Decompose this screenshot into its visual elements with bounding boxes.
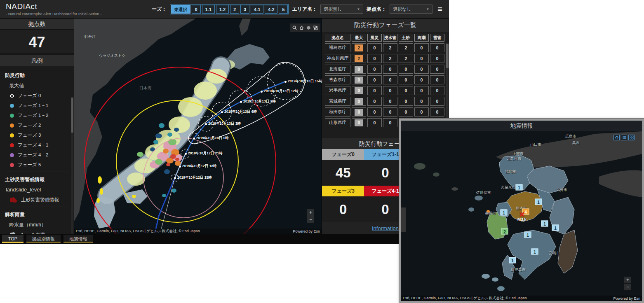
- sidebar-scrollbar[interactable]: [71, 97, 73, 234]
- quake-map-canvas: [401, 131, 642, 301]
- quake-map-toolbar: [613, 135, 635, 140]
- legend-item-landslide: 土砂災害警戒情報: [10, 197, 74, 203]
- legend-item-label: フェーズ 1－1: [18, 103, 48, 109]
- phase-value-cell: 2: [383, 43, 397, 52]
- phase-value-cell: 0: [367, 65, 382, 74]
- max-phase-cell: 0: [352, 97, 366, 106]
- phase-value-cell: 0: [414, 86, 429, 95]
- zoom-in-button[interactable]: +: [307, 209, 314, 216]
- map-zoom-control: + −: [307, 209, 314, 223]
- intensity-badge[interactable]: 1: [535, 199, 542, 205]
- phase-value-cell: 0: [367, 107, 382, 117]
- phase-value-cell: 0: [414, 75, 429, 84]
- legend-item-label: フェーズ 5: [18, 162, 41, 168]
- information-link[interactable]: Information: [372, 225, 399, 231]
- table-row[interactable]: 岩手県庁000000: [325, 86, 444, 95]
- phase-filter-option[interactable]: 3: [240, 5, 249, 14]
- site-name-cell: 神奈川県庁: [325, 54, 350, 63]
- site-label: 拠点名：: [367, 6, 386, 13]
- phase-filter-option[interactable]: 2: [230, 5, 239, 14]
- phase-filter-option[interactable]: 1-1: [202, 5, 215, 14]
- phase-value-cell: 2: [399, 43, 413, 52]
- phase-filter-option[interactable]: 0: [192, 5, 201, 14]
- quake-map[interactable]: 広島市呉市山口市下関市北九州市福岡市久留米市佐世保市大分市長崎市熊本市宮崎市鹿児…: [401, 131, 642, 301]
- legend-item: フェーズ 1－2: [10, 112, 74, 119]
- summary-phase-header: フェーズ3: [322, 186, 364, 196]
- intensity-badge[interactable]: 1: [509, 257, 516, 263]
- west-land-sliver: [401, 207, 406, 232]
- intensity-badge[interactable]: 1: [501, 210, 508, 216]
- search-icon[interactable]: [292, 25, 297, 30]
- table-row[interactable]: 青森県庁000000: [325, 75, 444, 84]
- tab-地震情報[interactable]: 地震情報: [63, 235, 93, 243]
- table-row[interactable]: 福島県庁202200: [325, 43, 444, 52]
- phase-value-cell: 0: [414, 65, 429, 74]
- max-phase-cell: 0: [352, 75, 366, 84]
- phase-filter-option[interactable]: 5: [279, 5, 288, 14]
- intensity-badge[interactable]: 1: [531, 249, 538, 255]
- intensity-badge[interactable]: 1: [541, 221, 548, 227]
- phase-value-cell: 0: [430, 54, 444, 63]
- phase-filter-group: 未選択01-11-2234-14-25: [170, 4, 289, 14]
- legend-landslide-layer: landslide_level: [6, 186, 74, 193]
- table-row[interactable]: 秋田県庁000000: [325, 107, 444, 117]
- main-map-canvas: [74, 19, 322, 234]
- phase-value-cell: 0: [383, 97, 397, 106]
- table-column-header: 風災: [367, 34, 382, 42]
- intensity-badge[interactable]: 2: [501, 228, 508, 235]
- phase-filter-option[interactable]: 4-1: [251, 5, 263, 14]
- zoom-out-button[interactable]: −: [624, 284, 631, 290]
- intensity-badge[interactable]: 1: [524, 232, 531, 238]
- table-column-header: 拠点名: [325, 34, 350, 42]
- scrollbar-thumb[interactable]: [71, 98, 73, 133]
- site-name-cell: 北海道庁: [325, 65, 350, 74]
- app-title: NADIAct: [6, 2, 101, 11]
- phase-filter-option[interactable]: 1-2: [216, 5, 229, 14]
- layers-grid-icon[interactable]: [313, 25, 318, 30]
- max-phase-cell: 0: [352, 86, 366, 95]
- list-icon[interactable]: [621, 135, 627, 140]
- legend-item: フェーズ 4－2: [10, 152, 74, 158]
- basemap-icon[interactable]: [306, 25, 311, 30]
- intensity-badge[interactable]: 1: [552, 225, 559, 231]
- desktop: NADIAct - Natural catastrophe Alert Dash…: [0, 0, 644, 303]
- zoom-out-button[interactable]: −: [307, 216, 314, 223]
- chevron-down-icon: ▼: [357, 7, 360, 11]
- landslide-swatch-icon: [10, 197, 17, 203]
- home-icon[interactable]: [613, 135, 620, 140]
- phase-color-dot: [10, 114, 14, 118]
- phase-badge: 2: [355, 44, 363, 51]
- app-subtitle: - Natural catastrophe Alert Dashboard fo…: [6, 12, 101, 16]
- phase-color-dot: [10, 104, 14, 108]
- phase-filter-option[interactable]: 未選択: [171, 5, 190, 14]
- site-select[interactable]: 選択なし ▼: [390, 5, 432, 14]
- table-row[interactable]: 宮城県庁000000: [325, 97, 444, 106]
- phase-value-cell: 0: [367, 118, 382, 127]
- legend-item-label: フェーズ 0: [18, 93, 41, 99]
- phase-value-cell: 0: [399, 97, 413, 106]
- home-icon[interactable]: [299, 25, 304, 30]
- table-row[interactable]: 神奈川県庁202200: [325, 54, 444, 63]
- site-select-value: 選択なし: [393, 6, 411, 12]
- legend-rain-sub: 降水量（mm/h）: [9, 221, 74, 228]
- legend-item: フェーズ 2: [10, 122, 74, 128]
- phase-filter-option[interactable]: 4-2: [265, 5, 277, 14]
- zoom-in-button[interactable]: +: [624, 277, 631, 283]
- grid-icon[interactable]: [628, 135, 635, 140]
- scrollbar-thumb[interactable]: [446, 44, 449, 68]
- phase-value-cell: 0: [383, 118, 397, 127]
- phase-value-cell: 0: [399, 75, 413, 84]
- tab-top[interactable]: TOP: [2, 235, 24, 243]
- table-row[interactable]: 北海道庁000000: [325, 65, 444, 74]
- legend-item-label: 土砂災害警戒情報: [21, 197, 59, 203]
- main-map[interactable]: 牡丹江ウラジオストク日本海 2019年10月12日 15時2019年10月12日…: [74, 19, 322, 234]
- tab-拠点別情報[interactable]: 拠点別情報: [26, 235, 61, 243]
- intensity-badge[interactable]: 1: [516, 184, 523, 191]
- legend-item-label: フェーズ 3: [18, 132, 41, 138]
- menu-icon[interactable]: ≡: [436, 5, 444, 13]
- map-toolbar: [290, 23, 320, 32]
- summary-phase-count: 45: [322, 160, 364, 186]
- legend-title: 凡例: [0, 55, 74, 66]
- intensity-badge[interactable]: 4: [522, 209, 529, 215]
- area-select[interactable]: 選択無し ▼: [320, 5, 363, 14]
